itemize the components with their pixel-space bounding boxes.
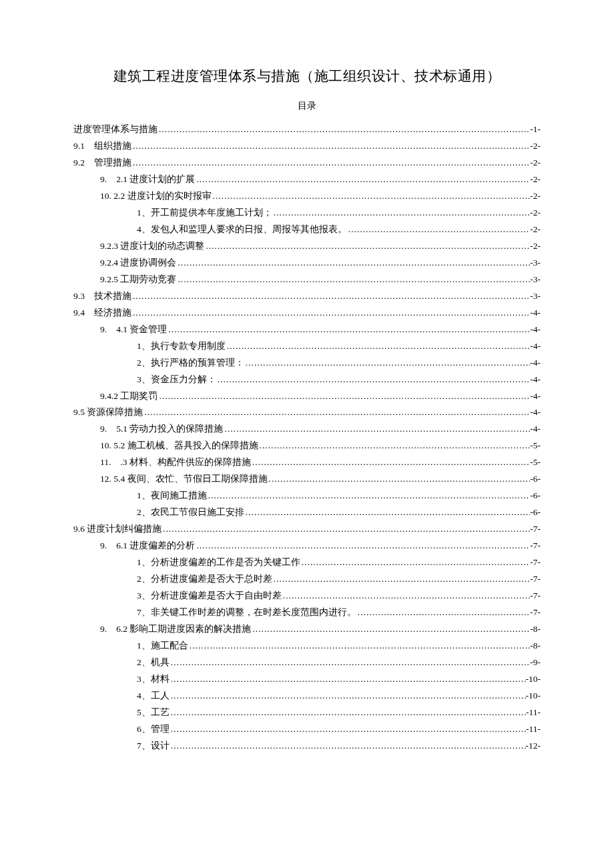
toc-leader-dots	[131, 155, 530, 171]
toc-leader-dots	[131, 288, 530, 305]
toc-leader-dots	[204, 238, 530, 255]
toc-entry-page: -7-	[530, 521, 541, 538]
toc-entry-page: -2-	[530, 171, 541, 188]
toc-entry-page: -5-	[530, 454, 541, 471]
toc-leader-dots	[162, 521, 530, 538]
toc-leader-dots	[207, 488, 531, 504]
toc-entry-text: 9.2 管理措施	[73, 155, 131, 171]
toc-entry-text: 9.2.3 进度计划的动态调整	[100, 238, 204, 255]
toc-entry: 10. 2.2 进度计划的实时报审-2-	[73, 188, 541, 205]
toc-leader-dots	[195, 171, 530, 188]
toc-entry: 9.5 资源保障措施-4-	[73, 404, 541, 421]
toc-entry-page: -8-	[530, 621, 541, 638]
toc-entry-page: -7-	[530, 538, 541, 554]
toc-entry-text: 4、发包人和监理人要求的日报、周报等其他报表。	[137, 222, 347, 238]
toc-entry-page: -4-	[530, 388, 541, 405]
toc-entry-text: 1、开工前提供本年度施工计划；	[137, 205, 272, 222]
toc-entry-text: 10. 5.2 施工机械、器具投入的保障措施	[100, 438, 258, 454]
toc-entry-page: -4-	[530, 421, 541, 438]
toc-leader-dots	[176, 255, 530, 272]
toc-leader-dots	[216, 372, 531, 388]
toc-entry-page: -3-	[530, 272, 541, 288]
toc-entry-page: -3-	[530, 255, 541, 272]
toc-leader-dots	[188, 638, 531, 655]
toc-entry-text: 1、执行专款专用制度	[137, 338, 226, 355]
toc-entry-text: 1、分析进度偏差的工作是否为关键工作	[137, 554, 300, 571]
toc-entry: 1、开工前提供本年度施工计划；-2-	[73, 205, 541, 222]
toc-entry-text: 进度管理体系与措施	[73, 121, 158, 138]
toc-entry-page: -12-	[526, 738, 541, 755]
toc-leader-dots	[167, 322, 530, 338]
toc-entry: 9.4 经济措施-4-	[73, 305, 541, 322]
toc-entry-text: 2、机具	[137, 655, 170, 671]
toc-leader-dots	[131, 305, 530, 322]
toc-entry-text: 9.1 组织措施	[73, 138, 131, 155]
toc-entry-page: -4-	[530, 355, 541, 372]
toc-entry: 9.4.2 工期奖罚-4-	[73, 388, 541, 405]
toc-entry: 5、工艺-11-	[73, 705, 541, 721]
toc-leader-dots	[258, 438, 531, 454]
toc-leader-dots	[347, 222, 531, 238]
toc-leader-dots	[356, 604, 531, 621]
toc-entry: 9.3 技术措施-3-	[73, 288, 541, 305]
toc-entry-text: 9.2.5 工期劳动竞赛	[100, 272, 176, 288]
toc-entry: 9.2.4 进度协调例会-3-	[73, 255, 541, 272]
toc-entry: 9.2 管理措施-2-	[73, 155, 541, 171]
toc-entry-page: -4-	[530, 404, 541, 421]
toc-leader-dots	[131, 138, 530, 155]
toc-entry-page: -7-	[530, 554, 541, 571]
toc-entry: 10. 5.2 施工机械、器具投入的保障措施-5-	[73, 438, 541, 454]
toc-entry-text: 9. 5.1 劳动力投入的保障措施	[100, 421, 223, 438]
toc-entry: 9. 4.1 资金管理-4-	[73, 322, 541, 338]
document-title: 建筑工程进度管理体系与措施（施工组织设计、技术标通用）	[73, 67, 541, 85]
toc-entry: 9. 5.1 劳动力投入的保障措施-4-	[73, 421, 541, 438]
document-page: 建筑工程进度管理体系与措施（施工组织设计、技术标通用） 目录 进度管理体系与措施…	[0, 0, 614, 868]
toc-entry-page: -2-	[530, 188, 541, 205]
toc-entry-page: -11-	[526, 705, 541, 721]
toc-entry-text: 3、材料	[137, 671, 170, 688]
toc-leader-dots	[268, 471, 531, 488]
toc-entry-text: 1、夜间施工措施	[137, 488, 207, 504]
toc-entry-page: -7-	[530, 588, 541, 604]
toc-entry-page: -6-	[530, 504, 541, 521]
toc-leader-dots	[300, 554, 531, 571]
toc-entry: 9.2.5 工期劳动竞赛-3-	[73, 272, 541, 288]
toc-entry: 9.1 组织措施-2-	[73, 138, 541, 155]
toc-entry: 1、分析进度偏差的工作是否为关键工作-7-	[73, 554, 541, 571]
toc-entry-page: -7-	[530, 571, 541, 588]
toc-entry: 11. .3 材料、构配件供应的保障措施-5-	[73, 454, 541, 471]
toc-leader-dots	[170, 705, 526, 721]
toc-leader-dots	[251, 621, 530, 638]
toc-entry: 7、设计-12-	[73, 738, 541, 755]
toc-entry-page: -4-	[530, 338, 541, 355]
toc-leader-dots	[272, 571, 531, 588]
toc-entry-text: 9. 6.2 影响工期进度因素的解决措施	[100, 621, 251, 638]
toc-entry: 4、发包人和监理人要求的日报、周报等其他报表。-2-	[73, 222, 541, 238]
toc-entry-text: 9. 4.1 资金管理	[100, 322, 167, 338]
toc-leader-dots	[158, 121, 530, 138]
toc-entry: 3、资金压力分解：-4-	[73, 372, 541, 388]
toc-leader-dots	[244, 504, 531, 521]
toc-entry: 12. 5.4 夜间、农忙、节假日工期保障措施-6-	[73, 471, 541, 488]
toc-entry-text: 9. 2.1 进度计划的扩展	[100, 171, 195, 188]
toc-entry-text: 3、分析进度偏差是否大于自由时差	[137, 588, 282, 604]
toc-entry-page: -2-	[530, 138, 541, 155]
toc-entry: 6、管理-11-	[73, 721, 541, 738]
toc-entry-page: -6-	[530, 471, 541, 488]
toc-entry-text: 7、设计	[137, 738, 170, 755]
toc-entry: 4、工人-10-	[73, 688, 541, 705]
toc-leader-dots	[170, 688, 526, 705]
toc-entry: 3、分析进度偏差是否大于自由时差-7-	[73, 588, 541, 604]
toc-entry-text: 1、施工配合	[137, 638, 188, 655]
toc-leader-dots	[244, 355, 531, 372]
toc-entry: 2、机具-9-	[73, 655, 541, 671]
toc-entry-page: -1-	[530, 121, 541, 138]
toc-leader-dots	[195, 538, 530, 554]
toc-entry-page: -4-	[530, 322, 541, 338]
toc-entry: 9. 6.1 进度偏差的分析-7-	[73, 538, 541, 554]
toc-entry-text: 10. 2.2 进度计划的实时报审	[100, 188, 212, 205]
toc-entry: 9.6 进度计划纠偏措施-7-	[73, 521, 541, 538]
toc-entry-text: 11. .3 材料、构配件供应的保障措施	[100, 454, 251, 471]
toc-entry-text: 7、非关键工作时差的调整，在时差长度范围内进行。	[137, 604, 356, 621]
toc-entry-page: -9-	[530, 655, 541, 671]
